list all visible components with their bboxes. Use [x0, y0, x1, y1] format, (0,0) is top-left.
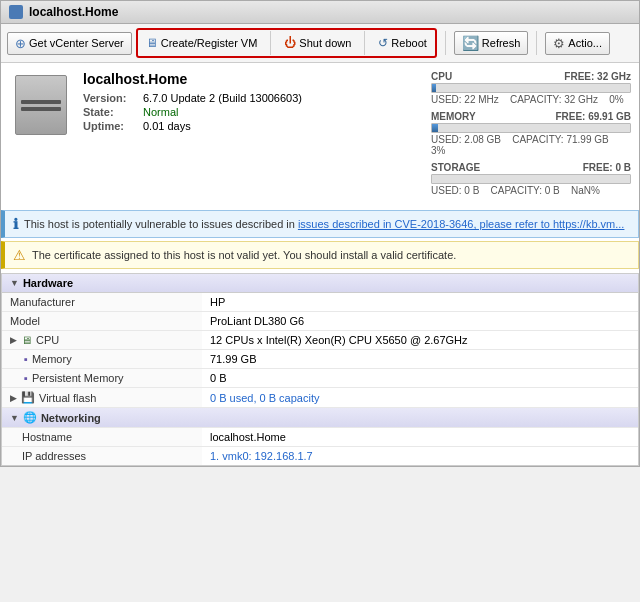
vcenter-icon: ⊕	[15, 36, 26, 51]
cpu-free: FREE: 32 GHz	[564, 71, 631, 82]
persistent-memory-icon: ▪	[24, 372, 28, 384]
table-row: ▪ Memory 71.99 GB	[2, 350, 638, 369]
memory-progress-bar	[431, 123, 631, 133]
virtual-flash-value: 0 B used, 0 B capacity	[202, 388, 638, 408]
version-label: Version:	[83, 91, 143, 105]
quick-actions-group: 🖥 Create/Register VM ⏻ Shut down ↺ Reboo…	[136, 28, 437, 58]
persistent-memory-value: 0 B	[202, 369, 638, 388]
cpu-progress-fill	[432, 84, 436, 92]
cpu-label-cell: ▶ 🖥 CPU	[2, 331, 202, 350]
table-row: Model ProLiant DL380 G6	[2, 312, 638, 331]
memory-free: FREE: 69.91 GB	[555, 111, 631, 122]
host-info: localhost.Home Version: 6.7.0 Update 2 (…	[83, 71, 421, 202]
persistent-memory-label-cell: ▪ Persistent Memory	[2, 369, 202, 388]
memory-used-capacity: USED: 2.08 GB CAPACITY: 71.99 GB 3%	[431, 134, 631, 156]
hardware-label: Hardware	[23, 277, 73, 289]
table-row: Hostname localhost.Home	[2, 428, 638, 447]
host-icon-area	[9, 71, 73, 202]
reboot-button[interactable]: ↺ Reboot	[371, 33, 433, 53]
table-row: Manufacturer HP	[2, 293, 638, 312]
manufacturer-label: Manufacturer	[2, 293, 202, 312]
cpu-row-icon: 🖥	[21, 334, 32, 346]
storage-resource: STORAGE FREE: 0 B USED: 0 B CAPACITY: 0 …	[431, 162, 631, 196]
ip-addresses-value: 1. vmk0: 192.168.1.7	[202, 447, 638, 466]
virtual-flash-expand-arrow[interactable]: ▶	[10, 393, 17, 403]
memory-value: 71.99 GB	[202, 350, 638, 369]
cpu-value: 12 CPUs x Intel(R) Xeon(R) CPU X5650 @ 2…	[202, 331, 638, 350]
toolbar-separator-1	[270, 31, 271, 55]
alert-warning: ⚠ The certificate assigned to this host …	[1, 241, 639, 269]
table-row: ▪ Persistent Memory 0 B	[2, 369, 638, 388]
main-content: localhost.Home Version: 6.7.0 Update 2 (…	[1, 63, 639, 210]
alert-warning-text: The certificate assigned to this host is…	[32, 249, 456, 261]
cpu-progress-bar	[431, 83, 631, 93]
memory-progress-fill	[432, 124, 438, 132]
cpu-used-capacity: USED: 22 MHz CAPACITY: 32 GHz 0%	[431, 94, 631, 105]
version-value: 6.7.0 Update 2 (Build 13006603)	[143, 91, 306, 105]
host-name: localhost.Home	[83, 71, 421, 87]
create-register-vm-button[interactable]: 🖥 Create/Register VM	[139, 33, 265, 53]
virtual-flash-link[interactable]: 0 B used, 0 B capacity	[210, 392, 319, 404]
hardware-section: ▼ Hardware Manufacturer HP Model ProLian…	[1, 273, 639, 466]
ip-addresses-label: IP addresses	[2, 447, 202, 466]
cve-link[interactable]: issues described in CVE-2018-3646, pleas…	[298, 218, 625, 230]
table-row: ▶ 💾 Virtual flash 0 B used, 0 B capacity	[2, 388, 638, 408]
cpu-resource: CPU FREE: 32 GHz USED: 22 MHz CAPACITY: …	[431, 71, 631, 105]
shutdown-button[interactable]: ⏻ Shut down	[277, 33, 358, 53]
main-window: localhost.Home ⊕ Get vCenter Server 🖥 Cr…	[0, 0, 640, 467]
memory-label-cell: ▪ Memory	[2, 350, 202, 369]
virtual-flash-label-cell: ▶ 💾 Virtual flash	[2, 388, 202, 408]
get-vcenter-button[interactable]: ⊕ Get vCenter Server	[7, 32, 132, 55]
networking-header-row: ▼ 🌐 Networking	[2, 408, 638, 428]
toolbar: ⊕ Get vCenter Server 🖥 Create/Register V…	[1, 24, 639, 63]
virtual-flash-icon: 💾	[21, 391, 35, 404]
hardware-section-header[interactable]: ▼ Hardware	[2, 274, 638, 293]
state-value: Normal	[143, 105, 306, 119]
alert-info: ℹ This host is potentially vulnerable to…	[1, 210, 639, 238]
memory-label: MEMORY	[431, 111, 476, 122]
storage-progress-bar	[431, 174, 631, 184]
hardware-table: Manufacturer HP Model ProLiant DL380 G6 …	[2, 293, 638, 465]
title-bar: localhost.Home	[1, 1, 639, 24]
hostname-value: localhost.Home	[202, 428, 638, 447]
refresh-icon: 🔄	[462, 35, 479, 51]
uptime-value: 0.01 days	[143, 119, 306, 133]
storage-label: STORAGE	[431, 162, 480, 173]
warning-icon: ⚠	[13, 247, 26, 263]
window-title: localhost.Home	[29, 5, 118, 19]
toolbar-separator-4	[536, 31, 537, 55]
toolbar-separator-2	[364, 31, 365, 55]
memory-resource: MEMORY FREE: 69.91 GB USED: 2.08 GB CAPA…	[431, 111, 631, 156]
info-icon: ℹ	[13, 216, 18, 232]
server-image	[15, 75, 67, 135]
memory-row-icon: ▪	[24, 353, 28, 365]
hardware-arrow-icon: ▼	[10, 278, 19, 288]
model-value: ProLiant DL380 G6	[202, 312, 638, 331]
refresh-button[interactable]: 🔄 Refresh	[454, 31, 529, 55]
reboot-icon: ↺	[378, 36, 388, 50]
state-label: State:	[83, 105, 143, 119]
networking-label: Networking	[41, 412, 101, 424]
hostname-label: Hostname	[2, 428, 202, 447]
storage-free: FREE: 0 B	[583, 162, 631, 173]
networking-section-header[interactable]: ▼ 🌐 Networking	[2, 408, 638, 427]
shutdown-icon: ⏻	[284, 36, 296, 50]
cpu-expand-arrow[interactable]: ▶	[10, 335, 17, 345]
networking-icon: 🌐	[23, 411, 37, 424]
model-label: Model	[2, 312, 202, 331]
storage-used-capacity: USED: 0 B CAPACITY: 0 B NaN%	[431, 185, 631, 196]
toolbar-separator-3	[445, 31, 446, 55]
table-row: ▶ 🖥 CPU 12 CPUs x Intel(R) Xeon(R) CPU X…	[2, 331, 638, 350]
cpu-label: CPU	[431, 71, 452, 82]
alert-info-text: This host is potentially vulnerable to i…	[24, 218, 624, 230]
resources-panel: CPU FREE: 32 GHz USED: 22 MHz CAPACITY: …	[431, 71, 631, 202]
host-details: Version: 6.7.0 Update 2 (Build 13006603)…	[83, 91, 421, 133]
manufacturer-value: HP	[202, 293, 638, 312]
window-icon	[9, 5, 23, 19]
gear-icon: ⚙	[553, 36, 565, 51]
networking-arrow-icon: ▼	[10, 413, 19, 423]
uptime-label: Uptime:	[83, 119, 143, 133]
ip-address-link[interactable]: 1. vmk0: 192.168.1.7	[210, 450, 313, 462]
alerts-section: ℹ This host is potentially vulnerable to…	[1, 210, 639, 269]
actions-button[interactable]: ⚙ Actio...	[545, 32, 610, 55]
